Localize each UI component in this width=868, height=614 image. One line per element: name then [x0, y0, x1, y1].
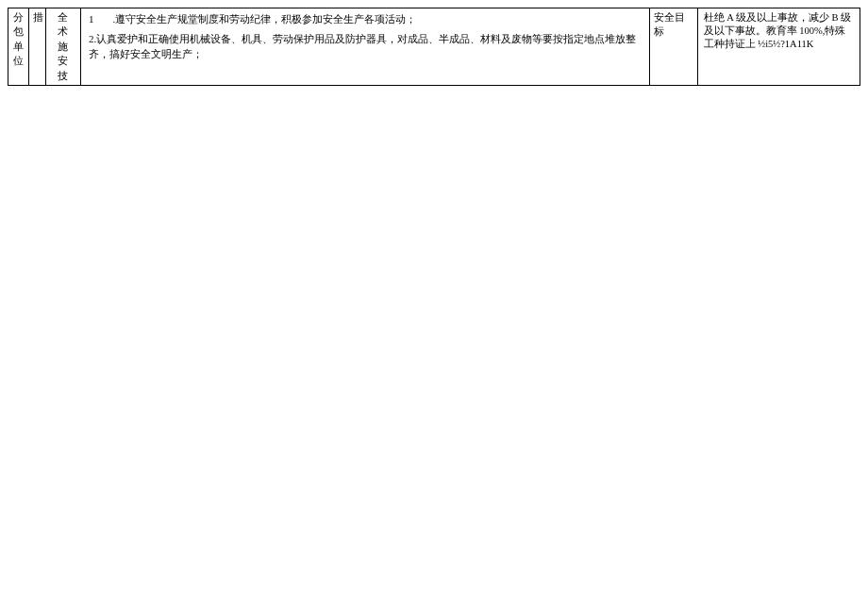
- cell-unit: 分 包 单 位: [8, 8, 29, 86]
- safety-table: 分 包 单 位 措 全 术 施 安 技 1.遵守安全生产规堂制度和劳动纪律，积极…: [8, 8, 860, 86]
- cell-target-label: 安全目标: [649, 8, 697, 86]
- measure-1-number: 1: [89, 12, 94, 26]
- measure-1-text: .遵守安全生产规堂制度和劳动纪律，积极参加安全生产各项活动；: [112, 13, 416, 25]
- cell-target-content: 杜绝 A 级及以上事故，减少 B 级及以下事故。教育率 100%,特殊工种持证上…: [697, 8, 860, 86]
- cell-measures: 1.遵守安全生产规堂制度和劳动纪律，积极参加安全生产各项活动； 2.认真爱护和正…: [80, 8, 649, 86]
- table-row: 分 包 单 位 措 全 术 施 安 技 1.遵守安全生产规堂制度和劳动纪律，积极…: [8, 8, 860, 86]
- measure-item-1: 1.遵守安全生产规堂制度和劳动纪律，积极参加安全生产各项活动；: [89, 12, 642, 26]
- cell-cuo: 措: [29, 8, 45, 86]
- cell-tech: 全 术 施 安 技: [45, 8, 80, 86]
- measure-item-2: 2.认真爱护和正确使用机械设备、机具、劳动保护用品及防护器具，对成品、半成品、材…: [89, 32, 642, 61]
